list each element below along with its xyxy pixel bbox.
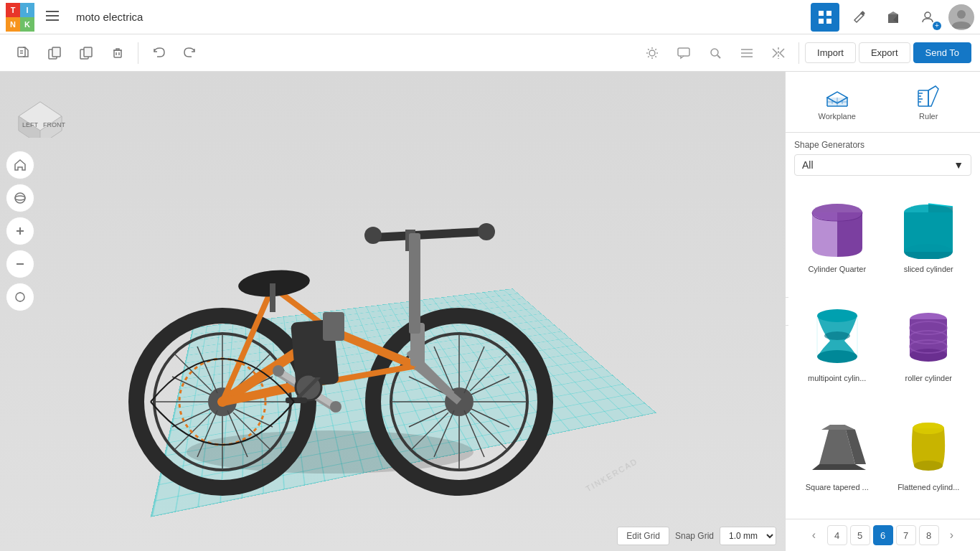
- mirror-button[interactable]: [764, 39, 793, 67]
- pagination-6[interactable]: 6: [873, 525, 893, 545]
- svg-line-58: [172, 377, 210, 395]
- shape-item-flattened-cyl[interactable]: Flattened cylind...: [886, 407, 972, 510]
- toolbar: Import Export Send To: [0, 34, 980, 72]
- menu-button[interactable]: [40, 8, 65, 26]
- toolbar-sep-1: [138, 42, 138, 64]
- view-cube[interactable]: LEFT FRONT: [11, 80, 69, 138]
- svg-point-116: [15, 196, 25, 200]
- undo-button[interactable]: [144, 39, 173, 67]
- svg-line-30: [656, 56, 656, 57]
- light-button[interactable]: [638, 39, 666, 67]
- toolbar-sep-2: [798, 42, 799, 64]
- new-button[interactable]: [9, 39, 37, 67]
- svg-line-61: [172, 409, 210, 427]
- svg-point-138: [812, 204, 862, 221]
- box-button[interactable]: [880, 3, 908, 32]
- shape-item-square-tapered[interactable]: Square tapered ...: [794, 407, 880, 510]
- shape-label-multipoint-cyl: multipoint cylin...: [808, 374, 866, 382]
- svg-rect-108: [409, 233, 420, 334]
- svg-point-159: [914, 461, 943, 471]
- delete-button[interactable]: [103, 39, 132, 67]
- redo-button[interactable]: [176, 39, 204, 67]
- grid-view-button[interactable]: [811, 3, 839, 32]
- viewport-bottom: Edit Grid Snap Grid 1.0 mm 0.5 mm 2.0 mm: [617, 527, 776, 545]
- orbit-button[interactable]: [6, 184, 34, 212]
- workplane-button[interactable]: Workplane: [794, 77, 880, 126]
- right-panel: › Workplane: [785, 72, 980, 551]
- shape-generators-title: Shape Generators: [794, 140, 971, 150]
- shape-item-multipoint-cyl[interactable]: multipoint cylin...: [794, 298, 880, 401]
- shape-item-cylinder-quarter[interactable]: Cylinder Quarter: [794, 189, 880, 292]
- pagination: ‹ 4 5 6 7 8 ›: [786, 519, 980, 551]
- svg-rect-113: [312, 372, 334, 377]
- svg-rect-103: [373, 227, 488, 242]
- svg-rect-2: [46, 19, 59, 21]
- collapse-panel-button[interactable]: ›: [785, 297, 788, 326]
- viewport[interactable]: LEFT FRONT: [0, 72, 785, 551]
- svg-line-54: [174, 353, 212, 391]
- logo-i: I: [20, 3, 34, 17]
- snap-grid-label: Snap Grid: [675, 531, 714, 541]
- fit-button[interactable]: [6, 283, 34, 311]
- zoom-in-button[interactable]: [6, 217, 34, 245]
- pagination-next[interactable]: ›: [942, 525, 962, 545]
- svg-line-81: [409, 409, 447, 427]
- svg-point-120: [16, 293, 24, 301]
- svg-text:LEFT: LEFT: [22, 121, 39, 128]
- hammer-button[interactable]: [845, 3, 874, 32]
- svg-point-105: [364, 227, 382, 244]
- shape-label-flattened-cyl: Flattened cylind...: [897, 483, 959, 491]
- shape-grid: Cylinder Quarter: [786, 180, 980, 519]
- send-to-button[interactable]: Send To: [913, 42, 971, 63]
- copy-button[interactable]: [40, 39, 69, 67]
- add-icon: +: [933, 22, 941, 30]
- pagination-8[interactable]: 8: [919, 525, 939, 545]
- logo-k: K: [20, 17, 34, 32]
- export-button[interactable]: Export: [859, 42, 910, 63]
- right-panel-top: Workplane Ruler: [786, 72, 980, 133]
- svg-point-99: [273, 365, 284, 377]
- shape-generators-dropdown[interactable]: All ▼: [794, 154, 971, 176]
- home-view-button[interactable]: [6, 151, 34, 179]
- shape-item-roller-cylinder[interactable]: roller cylinder: [886, 298, 972, 401]
- svg-rect-112: [286, 397, 307, 403]
- svg-rect-21: [114, 50, 121, 57]
- ruler-button[interactable]: Ruler: [886, 77, 972, 126]
- svg-point-160: [913, 423, 944, 434]
- svg-point-146: [817, 350, 857, 363]
- avatar[interactable]: [948, 4, 974, 30]
- logo-n: N: [6, 17, 20, 32]
- pagination-7[interactable]: 7: [896, 525, 916, 545]
- svg-point-13: [957, 10, 966, 19]
- svg-line-59: [235, 409, 273, 427]
- pagination-4[interactable]: 4: [827, 525, 847, 545]
- svg-rect-18: [52, 47, 60, 57]
- align-button[interactable]: [732, 39, 761, 67]
- comment-button[interactable]: [669, 39, 698, 67]
- add-person-button[interactable]: +: [914, 3, 943, 32]
- duplicate-button[interactable]: [72, 39, 100, 67]
- svg-rect-6: [826, 19, 831, 24]
- pagination-5[interactable]: 5: [850, 525, 870, 545]
- shape-item-sliced-cylinder[interactable]: sliced cylinder: [886, 189, 972, 292]
- svg-point-147: [824, 331, 850, 340]
- search-button[interactable]: [701, 39, 730, 67]
- snap-grid-select[interactable]: 1.0 mm 0.5 mm 2.0 mm: [720, 527, 776, 545]
- project-title: moto electrica: [76, 11, 143, 23]
- shape-label-square-tapered: Square tapered ...: [806, 483, 869, 491]
- svg-line-80: [471, 377, 509, 395]
- edit-grid-button[interactable]: Edit Grid: [617, 527, 669, 545]
- svg-rect-144: [904, 212, 953, 252]
- import-button[interactable]: Import: [805, 42, 856, 63]
- zoom-out-button[interactable]: [6, 250, 34, 278]
- svg-rect-14: [18, 47, 25, 57]
- shape-preview-multipoint-cyl: [805, 305, 870, 369]
- svg-rect-0: [46, 11, 59, 12]
- svg-point-11: [925, 12, 930, 18]
- shape-preview-sliced-cylinder: [896, 196, 961, 260]
- shape-preview-flattened-cyl: [896, 414, 961, 479]
- pagination-prev[interactable]: ‹: [804, 525, 824, 545]
- svg-rect-114: [323, 312, 344, 341]
- tinkercad-logo[interactable]: T I N K: [6, 3, 34, 32]
- svg-line-35: [717, 55, 720, 58]
